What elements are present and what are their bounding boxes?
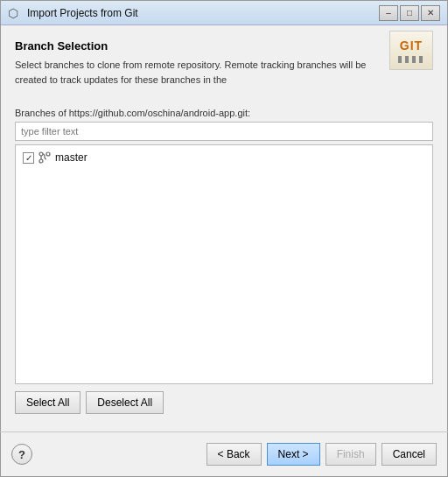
content-area: Branch Selection Select branches to clon…	[1, 25, 447, 431]
window-controls: – □ ✕	[379, 5, 440, 21]
svg-point-1	[46, 152, 50, 156]
spacer	[15, 421, 433, 431]
minimize-button[interactable]: –	[379, 5, 398, 21]
git-logo-box: GIT	[389, 31, 433, 70]
branch-item-master[interactable]: ✓ master	[19, 149, 429, 166]
header-text: Branch Selection Select branches to clon…	[15, 39, 379, 97]
select-all-button[interactable]: Select All	[15, 391, 80, 414]
branches-label: Branches of https://github.com/oschina/a…	[15, 108, 433, 118]
maximize-button[interactable]: □	[400, 5, 419, 21]
branch-checkbox-master[interactable]: ✓	[23, 152, 34, 164]
deselect-all-button[interactable]: Deselect All	[86, 391, 164, 414]
svg-point-2	[39, 159, 43, 163]
footer: ? < Back Next > Finish Cancel	[1, 432, 447, 476]
window-title: Import Projects from Git	[27, 7, 379, 19]
cancel-button[interactable]: Cancel	[382, 443, 437, 466]
branch-name-master: master	[55, 151, 88, 164]
branch-icon	[38, 151, 52, 165]
finish-button[interactable]: Finish	[326, 443, 376, 466]
branches-list: ✓ master	[15, 144, 433, 384]
title-bar: ⬡ Import Projects from Git – □ ✕	[1, 1, 447, 25]
window-icon: ⬡	[8, 6, 22, 20]
main-window: ⬡ Import Projects from Git – □ ✕ Branch …	[0, 0, 448, 477]
back-button[interactable]: < Back	[206, 443, 262, 466]
select-buttons: Select All Deselect All	[15, 391, 433, 414]
section-description: Select branches to clone from remote rep…	[15, 58, 379, 87]
section-title: Branch Selection	[15, 39, 379, 53]
help-button[interactable]: ?	[11, 444, 32, 465]
filter-input[interactable]	[15, 122, 433, 141]
next-button[interactable]: Next >	[267, 443, 320, 466]
header-area: Branch Selection Select branches to clon…	[15, 39, 433, 97]
close-button[interactable]: ✕	[421, 5, 440, 21]
svg-point-0	[39, 152, 43, 156]
git-logo-text: GIT	[400, 39, 423, 53]
git-logo: GIT	[389, 31, 433, 70]
